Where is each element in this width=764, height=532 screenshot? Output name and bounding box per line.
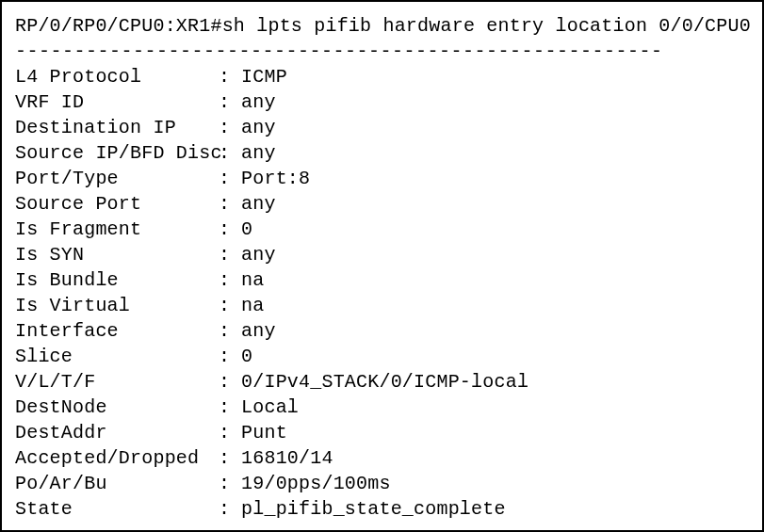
field-separator: : [219, 369, 241, 395]
entry-row: Accepted/Dropped : 16810/14 [15, 445, 749, 471]
field-label: Interface [15, 318, 219, 344]
field-label: Accepted/Dropped [15, 445, 219, 471]
field-label: Is Virtual [15, 293, 219, 318]
entry-row: State : pl_pifib_state_complete [15, 496, 749, 522]
field-label: Port/Type [15, 166, 219, 191]
field-separator: : [219, 496, 241, 522]
field-separator: : [219, 445, 241, 471]
prompt: RP/0/RP0/CPU0:XR1# [15, 15, 222, 37]
field-separator: : [219, 420, 241, 445]
field-value: pl_pifib_state_complete [241, 496, 506, 522]
field-label: VRF ID [15, 89, 219, 115]
field-value: na [241, 267, 264, 293]
entry-row: Is Bundle : na [15, 267, 749, 293]
field-separator: : [219, 242, 241, 267]
divider-bottom: ----------------------------------------… [15, 522, 749, 532]
field-label: DestAddr [15, 420, 219, 445]
field-value: Port:8 [241, 166, 310, 191]
field-value: 0/IPv4_STACK/0/ICMP-local [241, 369, 528, 395]
entry-row: Po/Ar/Bu : 19/0pps/100ms [15, 471, 749, 496]
command-line: RP/0/RP0/CPU0:XR1#sh lpts pifib hardware… [15, 13, 749, 39]
entry-row: Port/Type : Port:8 [15, 166, 749, 191]
entry-row: DestNode : Local [15, 395, 749, 420]
field-value: ICMP [241, 64, 287, 89]
field-label: DestNode [15, 395, 219, 420]
field-separator: : [219, 344, 241, 369]
field-value: any [241, 140, 276, 166]
field-value: any [241, 318, 276, 344]
field-value: Local [241, 395, 299, 420]
entry-table: L4 Protocol : ICMPVRF ID : anyDestinatio… [15, 64, 749, 522]
field-separator: : [219, 166, 241, 191]
entry-row: Slice : 0 [15, 344, 749, 369]
field-label: Source Port [15, 191, 219, 217]
field-value: 16810/14 [241, 445, 333, 471]
field-label: Po/Ar/Bu [15, 471, 219, 496]
field-separator: : [219, 191, 241, 217]
field-separator: : [219, 318, 241, 344]
entry-row: DestAddr : Punt [15, 420, 749, 445]
entry-row: Is SYN : any [15, 242, 749, 267]
entry-row: Is Virtual : na [15, 293, 749, 318]
field-value: Punt [241, 420, 287, 445]
entry-row: Source IP/BFD Disc: any [15, 140, 749, 166]
field-label: Is Fragment [15, 217, 219, 242]
entry-row: Interface : any [15, 318, 749, 344]
field-value: any [241, 191, 276, 217]
field-value: na [241, 293, 264, 318]
field-value: 0 [241, 344, 252, 369]
field-value: any [241, 242, 276, 267]
field-separator: : [219, 64, 241, 89]
field-separator: : [219, 267, 241, 293]
field-label: Slice [15, 344, 219, 369]
entry-row: VRF ID : any [15, 89, 749, 115]
entry-row: V/L/T/F : 0/IPv4_STACK/0/ICMP-local [15, 369, 749, 395]
field-label: Source IP/BFD Disc [15, 140, 219, 166]
field-label: Is Bundle [15, 267, 219, 293]
field-label: Is SYN [15, 242, 219, 267]
entry-row: Destination IP : any [15, 115, 749, 140]
field-separator: : [219, 293, 241, 318]
field-value: 0 [241, 217, 252, 242]
divider-top: ----------------------------------------… [15, 39, 749, 64]
field-label: V/L/T/F [15, 369, 219, 395]
field-label: Destination IP [15, 115, 219, 140]
field-value: any [241, 89, 276, 115]
field-label: State [15, 496, 219, 522]
field-label: L4 Protocol [15, 64, 219, 89]
terminal-output: RP/0/RP0/CPU0:XR1#sh lpts pifib hardware… [15, 13, 749, 532]
field-separator: : [219, 395, 241, 420]
entry-row: Source Port : any [15, 191, 749, 217]
field-separator: : [219, 471, 241, 496]
entry-row: L4 Protocol : ICMP [15, 64, 749, 89]
field-value: any [241, 115, 276, 140]
field-value: 19/0pps/100ms [241, 471, 391, 496]
entry-row: Is Fragment : 0 [15, 217, 749, 242]
field-separator: : [219, 89, 241, 115]
command: sh lpts pifib hardware entry location 0/… [222, 15, 751, 37]
field-separator: : [219, 140, 241, 166]
field-separator: : [219, 115, 241, 140]
field-separator: : [219, 217, 241, 242]
